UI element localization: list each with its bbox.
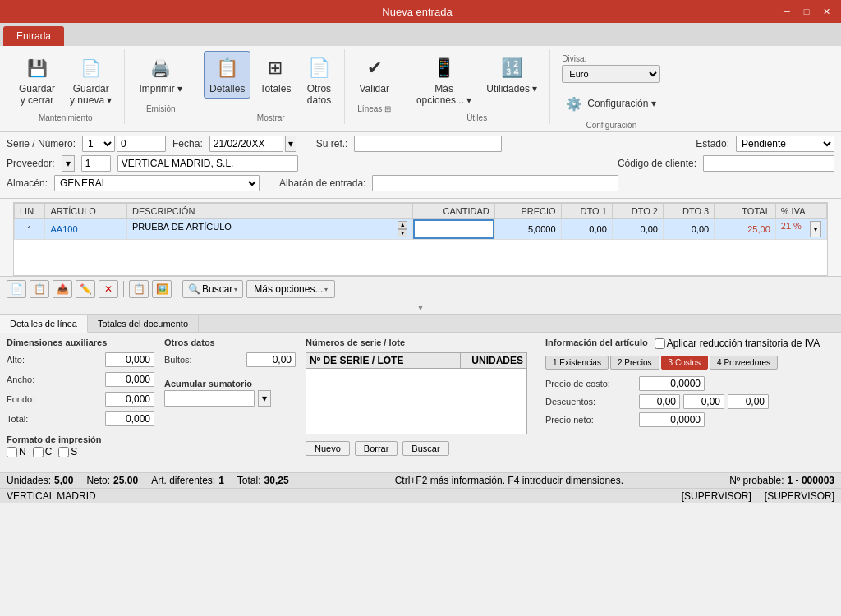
mas-opciones-grid-button[interactable]: Más opciones... ▾: [246, 280, 335, 298]
descuento2-input[interactable]: [683, 394, 724, 409]
mas-opciones-button[interactable]: 📱 Másopciones... ▾: [411, 51, 477, 110]
tab-detalles-linea[interactable]: Detalles de línea: [0, 315, 88, 333]
lineas-label: Líneas ⊞: [357, 101, 391, 113]
mas-opciones-arrow: ▾: [324, 286, 328, 293]
copy-line-button[interactable]: 📋: [30, 280, 49, 298]
tab-existencias[interactable]: 1 Existencias: [545, 356, 609, 370]
alto-row: Alto:: [7, 352, 154, 367]
nuevo-serie-button[interactable]: Nuevo: [306, 441, 350, 456]
new-line-button[interactable]: 📄: [7, 280, 26, 298]
tab-proveedores[interactable]: 4 Proveedores: [710, 356, 778, 370]
doc-button[interactable]: 📋: [129, 280, 149, 298]
formato-s-check[interactable]: [58, 447, 69, 457]
no-probable-value: 1 - 000003: [788, 475, 834, 486]
formato-s-label[interactable]: S: [58, 446, 77, 457]
cell-cantidad[interactable]: [413, 219, 495, 240]
fecha-group: ▾: [209, 136, 296, 152]
minimize-button[interactable]: ─: [779, 4, 795, 19]
edit-line-button[interactable]: ✏️: [76, 280, 95, 298]
almacen-select[interactable]: GENERAL: [54, 175, 260, 191]
iva-dropdown-btn[interactable]: ▾: [810, 221, 821, 237]
bultos-label: Bultos:: [164, 355, 192, 365]
delete-line-button[interactable]: ✕: [99, 280, 118, 298]
serie-select[interactable]: 1: [82, 136, 115, 152]
otros-datos-button[interactable]: 📄 Otrosdatos: [300, 51, 338, 110]
dimensiones-title: Dimensiones auxiliares: [7, 338, 154, 347]
scroll-indicator[interactable]: ▼: [0, 301, 841, 314]
utilidades-button[interactable]: 🔢 Utilidades ▾: [480, 51, 543, 99]
divisa-select[interactable]: Euro: [562, 65, 660, 83]
proveedor-num-input[interactable]: [81, 155, 111, 172]
alto-input[interactable]: [105, 352, 154, 367]
acumular-input[interactable]: [164, 390, 255, 407]
totales-button[interactable]: ⊞ Totales: [254, 51, 296, 99]
ancho-label: Ancho:: [7, 375, 34, 384]
fecha-input[interactable]: [209, 136, 283, 152]
restore-button[interactable]: □: [798, 4, 815, 19]
configuracion-button[interactable]: ⚙️ Configuración ▾: [558, 90, 661, 117]
guardar-cerrar-button[interactable]: 💾 Guardary cerrar: [13, 51, 61, 110]
bultos-input[interactable]: [246, 352, 296, 367]
scroll-up-btn[interactable]: ▲: [398, 221, 407, 229]
cantidad-input[interactable]: [413, 219, 494, 239]
image-button[interactable]: 🖼️: [152, 280, 172, 298]
ancho-input[interactable]: [105, 372, 154, 387]
bottom-content: Dimensiones auxiliares Alto: Ancho: Fond…: [0, 333, 841, 472]
acumular-title: Acumular sumatorio: [164, 379, 296, 388]
configuracion-label: Configuración ▾: [587, 98, 655, 109]
toolbar-sep-1: [123, 281, 124, 297]
tab-costos[interactable]: 3 Costos: [661, 356, 708, 370]
proveedor-label: Proveedor:: [7, 158, 55, 169]
formato-n-label[interactable]: N: [7, 446, 26, 457]
codigo-cliente-input[interactable]: [703, 155, 834, 172]
unidades-value: 5,00: [54, 475, 73, 486]
validar-button[interactable]: ✔ Validar: [353, 51, 394, 99]
acumular-dropdown-btn[interactable]: ▾: [258, 390, 271, 407]
guardar-nueva-button[interactable]: 📄 Guardary nueva ▾: [64, 51, 117, 110]
tab-bar: Entrada: [0, 23, 841, 46]
formato-c-label[interactable]: C: [33, 446, 53, 457]
reduccion-iva-check[interactable]: [655, 338, 665, 349]
numero-input[interactable]: [117, 136, 166, 152]
descuento3-input[interactable]: [728, 394, 769, 409]
detalles-button[interactable]: 📋 Detalles: [204, 51, 250, 99]
status-help: Ctrl+F2 más información. F4 introducir d…: [289, 475, 730, 486]
configuracion-content: Divisa: Euro ⚙️ Configuración ▾: [558, 51, 664, 117]
precio-neto-input[interactable]: [639, 412, 705, 427]
proveedor-name-input[interactable]: [117, 155, 298, 172]
imprimir-button[interactable]: 🖨️ Imprimir ▾: [133, 51, 188, 99]
descuento1-input[interactable]: [639, 394, 680, 409]
paste-line-button[interactable]: 📤: [53, 280, 72, 298]
company-name: VERTICAL MADRID: [7, 490, 96, 502]
estado-select[interactable]: Pendiente: [736, 136, 834, 152]
serie-lote-section: Números de serie / lote Nº DE SERIE / LO…: [306, 338, 535, 467]
albaran-input[interactable]: [372, 175, 618, 191]
neto-item: Neto: 25,00: [86, 475, 138, 486]
formato-c-check[interactable]: [33, 447, 44, 457]
reduccion-iva-label[interactable]: Aplicar reducción transitoria de IVA: [655, 338, 820, 349]
precio-costo-input[interactable]: [639, 376, 705, 391]
table-row[interactable]: 1 AA100 PRUEBA DE ARTÍCULO ▲ ▼ 5,0000 0,…: [15, 219, 827, 240]
status-right: Nº probable: 1 - 000003: [729, 475, 834, 486]
fondo-input[interactable]: [105, 392, 154, 407]
scroll-down-btn[interactable]: ▼: [398, 229, 407, 237]
suref-input[interactable]: [354, 136, 502, 152]
formato-n-check[interactable]: [7, 447, 17, 457]
total-dim-row: Total:: [7, 411, 154, 426]
ribbon-group-mantenimiento: 💾 Guardary cerrar 📄 Guardary nueva ▾ Man…: [7, 49, 125, 124]
buscar-serie-button[interactable]: Buscar: [402, 441, 448, 456]
ribbon: 💾 Guardary cerrar 📄 Guardary nueva ▾ Man…: [0, 46, 841, 132]
tab-precios[interactable]: 2 Precios: [610, 356, 659, 370]
guardar-cerrar-label: Guardary cerrar: [19, 83, 55, 106]
proveedor-picker-button[interactable]: ▾: [62, 155, 75, 172]
entrada-tab[interactable]: Entrada: [3, 26, 64, 46]
tab-totales-documento[interactable]: Totales del documento: [88, 315, 199, 332]
cell-dto2: 0,00: [612, 219, 663, 240]
buscar-button[interactable]: 🔍 Buscar ▾: [182, 280, 243, 298]
fecha-picker-button[interactable]: ▾: [285, 136, 296, 152]
close-button[interactable]: ✕: [818, 4, 834, 19]
total-dim-input[interactable]: [105, 411, 154, 426]
borrar-serie-button[interactable]: Borrar: [355, 441, 398, 456]
col-lin: LIN: [15, 204, 45, 219]
almacen-label: Almacén:: [7, 177, 48, 189]
